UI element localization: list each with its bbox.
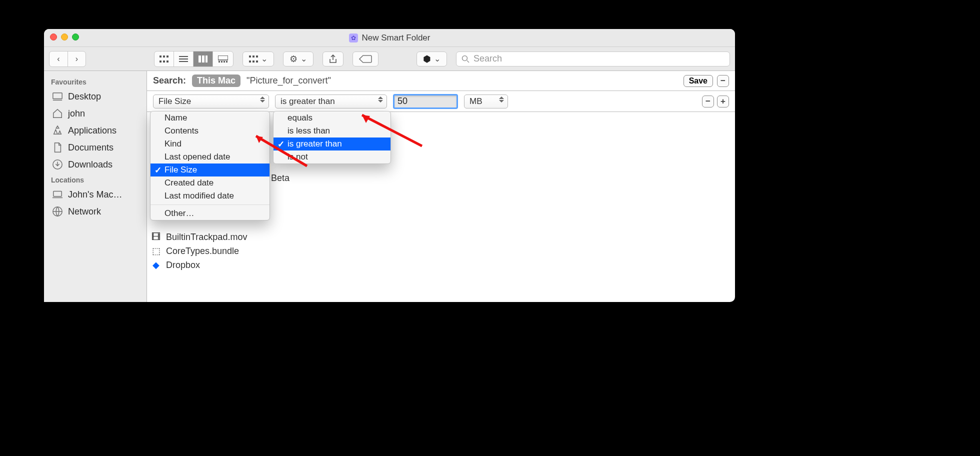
docs-icon — [52, 142, 63, 153]
attr-menu-item-contents[interactable]: Contents — [150, 124, 270, 138]
toolbar: ‹ › ⌄ ⚙︎ ⌄ — [44, 47, 735, 71]
search-label: Search: — [153, 76, 186, 86]
list-item[interactable]: Beta — [267, 171, 294, 185]
svg-rect-17 — [249, 56, 251, 58]
nav-forward-button[interactable]: › — [68, 52, 86, 66]
sidebar-section-locations: Locations — [44, 173, 146, 186]
sidebar-item-label: john — [68, 108, 85, 119]
attr-menu-item-kind[interactable]: Kind — [150, 138, 270, 150]
sidebar-item-downloads[interactable]: Downloads — [44, 156, 146, 173]
search-field[interactable]: Search — [456, 52, 730, 66]
svg-rect-3 — [160, 60, 162, 62]
remove-rule-button[interactable]: − — [702, 96, 714, 108]
svg-rect-5 — [166, 60, 168, 62]
desktop-icon — [52, 91, 63, 102]
sidebar-item-home[interactable]: john — [44, 105, 146, 122]
attr-menu-item-other[interactable]: Other… — [150, 207, 270, 220]
dropbox-icon: ⬢ — [423, 54, 431, 64]
rule-comparator-menu: equals is less than ✓is greater than is … — [273, 111, 391, 164]
rule-unit-value: MB — [470, 96, 482, 106]
laptop-icon — [52, 189, 63, 200]
list-item[interactable]: 🎞 BuiltinTrackpad.mov — [147, 230, 735, 244]
smart-folder-icon: ✿ — [349, 34, 358, 42]
svg-rect-10 — [202, 56, 204, 62]
svg-rect-18 — [252, 56, 254, 58]
view-icons-button[interactable] — [154, 52, 174, 66]
search-icon — [462, 55, 470, 63]
svg-rect-19 — [256, 56, 258, 58]
search-rule-bar: File Size is greater than MB − + — [147, 91, 735, 112]
svg-rect-2 — [166, 56, 168, 58]
save-search-button[interactable]: Save — [684, 75, 713, 87]
svg-rect-20 — [249, 60, 251, 62]
svg-rect-15 — [224, 61, 225, 62]
svg-rect-22 — [256, 60, 258, 62]
search-scope-folder[interactable]: "Picture_for_convert" — [246, 76, 331, 86]
grid-icon — [249, 56, 258, 62]
share-button[interactable] — [322, 52, 344, 66]
comp-menu-item-equals[interactable]: equals — [274, 112, 390, 124]
bundle-icon: ⬚ — [151, 246, 161, 256]
sidebar-item-this-mac[interactable]: John's Mac… — [44, 186, 146, 203]
downloads-icon — [52, 159, 63, 170]
rule-comparator-value: is greater than — [280, 96, 335, 106]
attr-menu-item-last-opened-date[interactable]: Last opened date — [150, 150, 270, 164]
attr-menu-item-name[interactable]: Name — [150, 112, 270, 124]
list-icon — [179, 56, 188, 62]
group-by-button[interactable]: ⌄ — [242, 52, 274, 66]
zoom-window-button[interactable] — [72, 34, 79, 40]
nav-back-button[interactable]: ‹ — [50, 52, 68, 66]
remove-search-button[interactable]: − — [717, 75, 729, 87]
svg-rect-11 — [206, 56, 208, 62]
gear-icon: ⚙︎ — [290, 54, 298, 64]
window-title-text: New Smart Folder — [362, 33, 430, 43]
search-placeholder: Search — [474, 54, 502, 64]
view-columns-button[interactable] — [193, 52, 212, 66]
sidebar-item-label: Applications — [68, 126, 116, 136]
tags-button[interactable] — [352, 52, 378, 66]
columns-icon — [198, 56, 208, 62]
sidebar-item-label: John's Mac… — [68, 190, 122, 200]
list-item[interactable]: ⬚ CoreTypes.bundle — [147, 244, 735, 258]
rule-value-input[interactable] — [393, 94, 458, 109]
svg-rect-14 — [221, 61, 222, 62]
attr-menu-item-created-date[interactable]: Created date — [150, 176, 270, 190]
gallery-icon — [218, 56, 228, 62]
sidebar-item-label: Downloads — [68, 160, 112, 170]
svg-rect-12 — [218, 56, 228, 60]
minimize-window-button[interactable] — [61, 34, 68, 40]
nav-buttons: ‹ › — [49, 51, 86, 67]
view-list-button[interactable] — [174, 52, 193, 66]
view-gallery-button[interactable] — [212, 52, 233, 66]
sidebar: Favourites Desktop john Applications Doc… — [44, 71, 147, 302]
action-menu-button[interactable]: ⚙︎ ⌄ — [283, 52, 314, 66]
comp-menu-item-is-greater-than[interactable]: ✓is greater than — [274, 138, 390, 150]
comp-menu-item-is-less-than[interactable]: is less than — [274, 124, 390, 138]
svg-rect-0 — [160, 56, 162, 58]
rule-unit-popup[interactable]: MB — [464, 94, 508, 108]
add-rule-button[interactable]: + — [717, 96, 729, 108]
dropbox-toolbar-button[interactable]: ⬢ ⌄ — [416, 52, 447, 66]
rule-attribute-value: File Size — [158, 96, 191, 106]
svg-rect-21 — [252, 60, 254, 62]
comp-menu-item-is-not[interactable]: is not — [274, 150, 390, 164]
svg-rect-13 — [218, 61, 220, 62]
svg-rect-1 — [163, 56, 165, 58]
check-icon: ✓ — [278, 139, 284, 150]
svg-rect-25 — [53, 93, 62, 99]
rule-comparator-popup[interactable]: is greater than — [275, 94, 387, 108]
list-item[interactable]: ◆ Dropbox — [147, 258, 735, 272]
sidebar-item-label: Desktop — [68, 92, 101, 102]
sidebar-item-applications[interactable]: Applications — [44, 122, 146, 139]
rule-attribute-popup[interactable]: File Size — [153, 94, 269, 108]
window-title: ✿ New Smart Folder — [349, 33, 430, 43]
sidebar-item-desktop[interactable]: Desktop — [44, 88, 146, 105]
search-scope-this-mac[interactable]: This Mac — [192, 74, 240, 87]
svg-rect-4 — [163, 60, 165, 62]
sidebar-item-documents[interactable]: Documents — [44, 139, 146, 156]
sidebar-item-network[interactable]: Network — [44, 203, 146, 220]
close-window-button[interactable] — [50, 34, 57, 40]
attr-menu-item-last-modified-date[interactable]: Last modified date — [150, 190, 270, 202]
attr-menu-item-file-size[interactable]: ✓File Size — [150, 164, 270, 176]
window-body: Favourites Desktop john Applications Doc… — [44, 71, 735, 302]
